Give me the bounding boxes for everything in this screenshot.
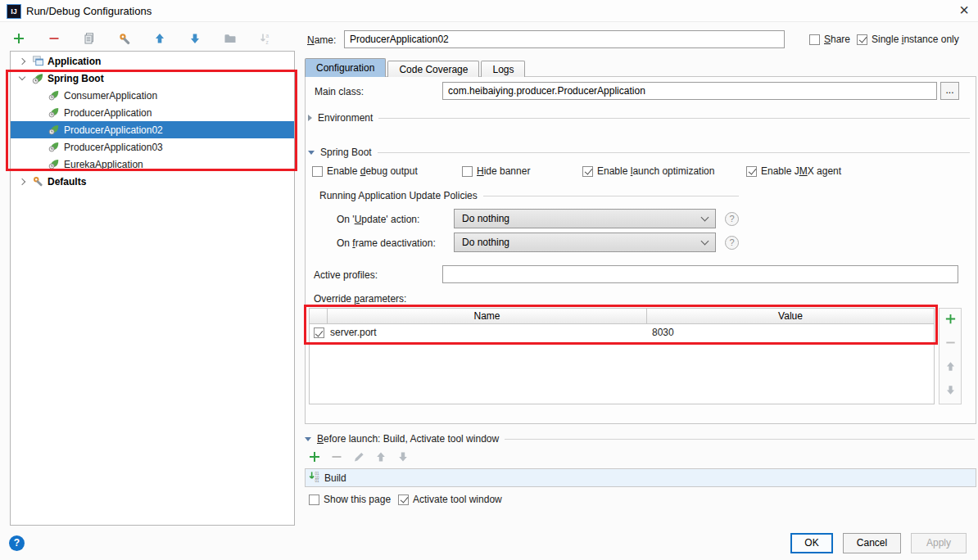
- spring-boot-icon: [48, 158, 61, 170]
- spring-boot-icon: [32, 72, 44, 84]
- svg-text:a: a: [266, 33, 269, 38]
- activate-tool-window-label: Activate tool window: [413, 494, 502, 505]
- spring-boot-icon: [48, 124, 61, 136]
- collapsed-triangle-icon[interactable]: [308, 115, 312, 121]
- tab-configuration[interactable]: Configuration: [305, 58, 386, 77]
- share-checkbox[interactable]: Share: [809, 34, 850, 45]
- on-update-action-label: On 'Update' action:: [337, 214, 419, 225]
- tree-node-label: ProducerApplication02: [64, 124, 163, 136]
- enable-debug-output-checkbox[interactable]: Enable debug output: [312, 165, 418, 177]
- before-launch-label: Before launch: Build, Activate tool wind…: [317, 433, 499, 445]
- tree-node-label: Defaults: [48, 176, 86, 187]
- update-policies-group-header: Running Application Update Policies: [319, 190, 739, 201]
- copy-configuration-icon[interactable]: [82, 31, 97, 46]
- share-checkbox-box[interactable]: [809, 34, 820, 45]
- add-parameter-icon[interactable]: [944, 313, 957, 327]
- help-icon[interactable]: ?: [9, 535, 25, 551]
- spring-boot-section-label: Spring Boot: [320, 147, 372, 158]
- chevron-right-icon[interactable]: [17, 179, 27, 184]
- table-toolbar: [939, 308, 962, 404]
- chevron-down-icon[interactable]: [17, 77, 27, 79]
- build-task-row[interactable]: 011001 Build: [306, 469, 976, 486]
- tree-node-label: Spring Boot: [48, 73, 104, 84]
- move-up-icon[interactable]: [152, 31, 167, 46]
- dialog-title: Run/Debug Configurations: [26, 5, 152, 17]
- spring-boot-icon: [48, 141, 61, 153]
- new-folder-icon[interactable]: [223, 31, 238, 46]
- tree-node-consumer-application[interactable]: ConsumerApplication: [11, 87, 294, 104]
- enable-debug-output-box[interactable]: [312, 166, 323, 177]
- main-class-input[interactable]: [442, 82, 937, 100]
- add-task-icon[interactable]: [308, 450, 321, 466]
- tree-node-producer-application03[interactable]: ProducerApplication03: [11, 138, 294, 156]
- move-task-up-icon[interactable]: [374, 450, 387, 466]
- enable-jmx-agent-box[interactable]: [746, 166, 757, 177]
- update-policies-group-label: Running Application Update Policies: [319, 190, 478, 201]
- move-down-icon[interactable]: [188, 31, 202, 46]
- hide-banner-checkbox[interactable]: Hide banner: [462, 165, 530, 177]
- chevron-down-icon: [701, 237, 709, 245]
- show-this-page-box[interactable]: [309, 495, 319, 505]
- remove-configuration-icon[interactable]: [47, 31, 61, 46]
- close-icon[interactable]: ×: [950, 0, 978, 22]
- enable-launch-optimization-checkbox[interactable]: Enable launch optimization: [582, 165, 714, 177]
- edit-defaults-icon[interactable]: [117, 31, 132, 46]
- single-instance-checkbox[interactable]: Single instance only: [857, 34, 959, 45]
- spring-boot-section-header[interactable]: Spring Boot: [308, 147, 970, 158]
- move-parameter-down-icon[interactable]: [944, 384, 957, 399]
- tree-node-application[interactable]: Application: [11, 52, 294, 70]
- spring-boot-icon: [48, 106, 61, 119]
- tree-node-label: Application: [48, 56, 101, 67]
- show-this-page-checkbox[interactable]: Show this page: [309, 494, 391, 505]
- single-instance-checkbox-box[interactable]: [857, 34, 867, 45]
- expanded-triangle-icon[interactable]: [305, 437, 311, 441]
- enable-launch-optimization-box[interactable]: [582, 166, 593, 177]
- before-launch-section-header[interactable]: Before launch: Build, Activate tool wind…: [305, 433, 975, 445]
- row-enabled-checkbox[interactable]: [314, 327, 324, 338]
- tree-node-eureka-application[interactable]: EurekaApplication: [11, 156, 294, 173]
- environment-section-header[interactable]: Environment: [308, 112, 970, 124]
- tab-code-coverage[interactable]: Code Coverage: [387, 61, 479, 77]
- move-parameter-up-icon[interactable]: [944, 360, 957, 375]
- tree-node-spring-boot[interactable]: Spring Boot: [11, 70, 294, 87]
- before-launch-task-list: 011001 Build: [305, 468, 976, 487]
- cancel-button[interactable]: Cancel: [843, 533, 901, 553]
- table-header-checkbox-column: [310, 309, 328, 323]
- run-debug-configurations-dialog: IJ Run/Debug Configurations × az Applica…: [0, 0, 978, 560]
- on-frame-help-icon[interactable]: ?: [725, 236, 739, 250]
- activate-tool-window-checkbox[interactable]: Activate tool window: [398, 494, 502, 505]
- chevron-right-icon[interactable]: [17, 59, 27, 64]
- apply-button[interactable]: Apply: [911, 533, 967, 553]
- remove-parameter-icon[interactable]: [944, 336, 957, 351]
- active-profiles-input[interactable]: [442, 265, 958, 283]
- single-instance-label: Single instance only: [872, 34, 959, 45]
- tree-node-defaults[interactable]: Defaults: [11, 173, 294, 190]
- add-configuration-icon[interactable]: [11, 31, 26, 46]
- activate-tool-window-box[interactable]: [398, 495, 409, 505]
- table-header-row: Name Value: [310, 309, 934, 324]
- tab-logs[interactable]: Logs: [481, 61, 525, 77]
- row-value-cell[interactable]: 8030: [647, 327, 934, 338]
- tree-node-producer-application02-selected[interactable]: ProducerApplication02: [11, 121, 294, 138]
- edit-task-icon[interactable]: [352, 450, 365, 466]
- configurations-toolbar: az: [11, 31, 273, 46]
- before-launch-toolbar: [308, 450, 410, 466]
- on-update-action-dropdown[interactable]: Do nothing: [454, 209, 716, 228]
- ok-button[interactable]: OK: [790, 533, 833, 553]
- name-input[interactable]: [344, 30, 785, 48]
- show-this-page-label: Show this page: [324, 494, 391, 505]
- move-task-down-icon[interactable]: [396, 450, 410, 466]
- remove-task-icon[interactable]: [330, 450, 343, 466]
- row-name-cell[interactable]: server.port: [328, 327, 647, 338]
- hide-banner-box[interactable]: [462, 166, 473, 177]
- on-update-help-icon[interactable]: ?: [725, 212, 739, 226]
- browse-main-class-button[interactable]: ...: [940, 82, 959, 100]
- table-row-server-port[interactable]: server.port 8030: [310, 324, 934, 341]
- on-frame-deactivation-dropdown[interactable]: Do nothing: [454, 233, 716, 252]
- enable-jmx-agent-label: Enable JMX agent: [761, 165, 841, 177]
- enable-jmx-agent-checkbox[interactable]: Enable JMX agent: [746, 165, 841, 177]
- tree-node-producer-application[interactable]: ProducerApplication: [11, 104, 294, 121]
- section-rule: [505, 439, 975, 440]
- sort-alphabetically-icon[interactable]: az: [258, 31, 273, 46]
- expanded-triangle-icon[interactable]: [308, 151, 315, 155]
